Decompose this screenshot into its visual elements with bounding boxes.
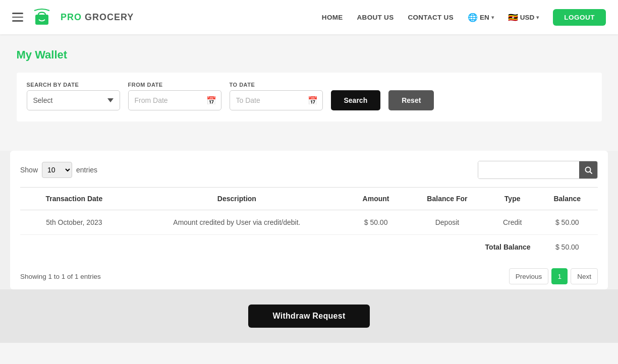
table-row: 5th October, 2023 Amount credited by Use… [20,210,598,235]
col-amount: Amount [346,188,406,210]
filter-row: SEARCH BY DATE Select FROM DATE 📅 TO DAT… [27,82,592,110]
search-button[interactable]: Search [331,90,381,110]
total-balance-label: Total Balance [20,235,537,260]
search-by-date-select[interactable]: Select [27,90,120,110]
nav-contact[interactable]: CONTACT US [408,14,454,21]
logo-text: PRO GROCERY [61,12,134,23]
table-body: 5th October, 2023 Amount credited by Use… [20,210,598,260]
currency-label: USD [520,14,535,21]
table-search-button[interactable] [579,161,597,178]
svg-point-2 [39,16,41,18]
hamburger-menu[interactable] [12,13,23,22]
language-flag: 🌐 [468,13,478,22]
reset-button[interactable]: Reset [388,90,434,110]
cell-date: 5th October, 2023 [20,210,128,235]
header: PRO GROCERY HOME ABOUT US CONTACT US 🌐 E… [0,0,618,34]
search-icon [585,166,592,174]
cell-type: Credit [488,210,537,235]
table-card: Show 10 25 50 100 entries [10,151,608,289]
header-row: Transaction Date Description Amount Bala… [20,188,598,210]
page-content: My Wallet SEARCH BY DATE Select FROM DAT… [7,34,612,151]
col-type: Type [488,188,537,210]
total-balance-value: $ 50.00 [537,235,598,260]
logo-icon [30,6,53,29]
cell-balance-for: Deposit [406,210,488,235]
table-header: Transaction Date Description Amount Bala… [20,188,598,210]
svg-point-3 [43,16,45,18]
nav-about[interactable]: ABOUT US [357,14,394,21]
table-search-input[interactable] [478,161,579,178]
nav-home[interactable]: HOME [322,14,343,21]
from-date-wrapper: 📅 [128,90,221,110]
page-title: My Wallet [17,48,602,62]
currency-selector[interactable]: 🇺🇬 USD ▾ [508,13,539,22]
from-date-group: FROM DATE 📅 [128,82,221,110]
withdraw-request-button[interactable]: Withdraw Request [248,305,369,328]
cell-amount: $ 50.00 [346,210,406,235]
header-nav: HOME ABOUT US CONTACT US 🌐 EN ▾ 🇺🇬 USD ▾… [322,9,606,26]
transactions-table: Transaction Date Description Amount Bala… [20,187,598,259]
cell-description: Amount credited by User via credit/debit… [128,210,346,235]
to-date-input[interactable] [230,90,323,110]
col-balance: Balance [537,188,598,210]
col-description: Description [128,188,346,210]
show-label: Show [20,166,38,174]
search-by-date-label: SEARCH BY DATE [27,82,120,88]
table-controls: Show 10 25 50 100 entries [20,161,598,179]
col-balance-for: Balance For [406,188,488,210]
from-date-label: FROM DATE [128,82,221,88]
svg-rect-1 [35,15,48,25]
currency-flag: 🇺🇬 [508,13,518,22]
currency-chevron-icon: ▾ [536,15,539,20]
showing-text: Showing 1 to 1 of 1 entries [20,273,101,280]
language-label: EN [480,14,489,21]
header-left: PRO GROCERY [12,6,134,29]
from-date-input[interactable] [128,90,221,110]
language-selector[interactable]: 🌐 EN ▾ [468,13,494,22]
total-balance-row: Total Balance $ 50.00 [20,235,598,260]
to-date-group: TO DATE 📅 [230,82,323,110]
show-entries: Show 10 25 50 100 entries [20,162,97,178]
page-1-button[interactable]: 1 [551,268,568,284]
to-date-wrapper: 📅 [230,90,323,110]
col-transaction-date: Transaction Date [20,188,128,210]
filter-section: SEARCH BY DATE Select FROM DATE 📅 TO DAT… [17,73,602,122]
svg-line-5 [590,171,592,173]
pagination-buttons: Previous 1 Next [509,268,598,284]
entries-label: entries [76,166,97,174]
search-by-date-group: SEARCH BY DATE Select [27,82,120,110]
previous-button[interactable]: Previous [509,268,549,284]
to-date-label: TO DATE [230,82,323,88]
logout-button[interactable]: LOGOUT [553,9,606,26]
entries-select[interactable]: 10 25 50 100 [42,162,72,178]
cell-balance: $ 50.00 [537,210,598,235]
next-button[interactable]: Next [571,268,598,284]
bottom-section: Withdraw Request [0,289,618,343]
language-chevron-icon: ▾ [491,15,494,20]
table-search [478,161,598,179]
pagination-row: Showing 1 to 1 of 1 entries Previous 1 N… [20,268,598,284]
